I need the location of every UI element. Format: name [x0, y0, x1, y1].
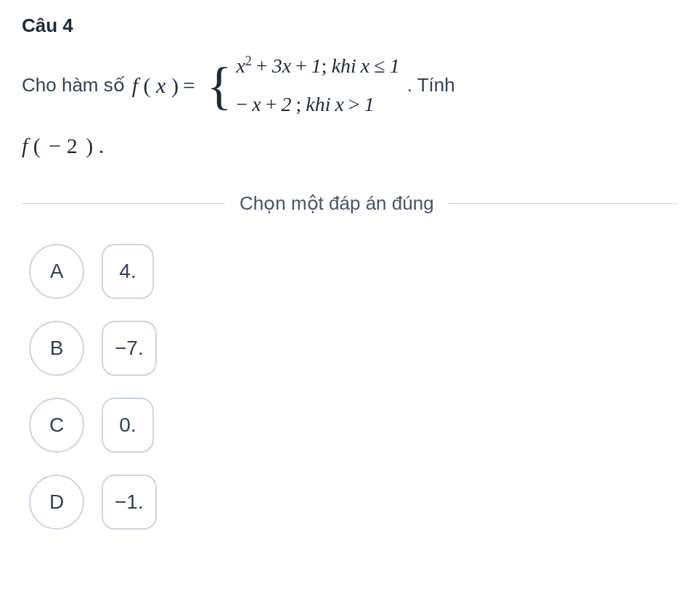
option-letter-d[interactable]: D — [29, 475, 84, 530]
piecewise-block: { x2+3x+1;khix≤1 −x+2;khix>1 — [207, 50, 400, 121]
function-lhs: f ( x )= — [132, 68, 200, 103]
piece2-cond-word: khi — [306, 93, 330, 115]
open-paren: ( — [138, 73, 156, 97]
option-letter-a[interactable]: A — [29, 244, 84, 299]
piece1-cond: x≤1 — [361, 54, 400, 77]
left-brace-icon: { — [207, 59, 232, 112]
option-value-b[interactable]: −7. — [102, 321, 157, 376]
close-paren: ) — [165, 73, 179, 97]
compute-close-paren: ) — [81, 134, 99, 157]
options-list: A 4. B −7. C 0. D −1. — [22, 244, 677, 530]
instruction-text: Chọn một đáp án đúng — [225, 192, 449, 215]
question-suffix: . Tính — [407, 70, 455, 101]
option-value-d[interactable]: −1. — [102, 475, 157, 530]
question-container: Câu 4 Cho hàm số f ( x )= { x2+3x+1;khix… — [22, 15, 677, 163]
piece2-expr: −x+2 — [236, 93, 291, 115]
compute-expression: f ( − 2 ) . — [22, 128, 677, 163]
compute-open-paren: ( — [28, 134, 46, 157]
equals-sign: = — [179, 73, 200, 97]
piece1-expr: x2+3x+1 — [236, 54, 321, 77]
compute-trail: . — [99, 134, 105, 157]
function-variable: x — [156, 73, 165, 97]
question-intro: Cho hàm số — [22, 70, 125, 101]
option-letter-b[interactable]: B — [29, 321, 84, 376]
piece2-cond: x>1 — [335, 93, 374, 115]
function-name: f — [132, 73, 138, 97]
option-value-a[interactable]: 4. — [102, 244, 154, 299]
piece1-sep: ; — [322, 54, 327, 77]
question-math-line: Cho hàm số f ( x )= { x2+3x+1;khix≤1 −x+… — [22, 50, 677, 121]
option-b[interactable]: B −7. — [29, 321, 677, 376]
question-body: Cho hàm số f ( x )= { x2+3x+1;khix≤1 −x+… — [22, 50, 677, 163]
piecewise-case-1: x2+3x+1;khix≤1 — [236, 50, 399, 83]
option-letter-c[interactable]: C — [29, 398, 84, 453]
question-title: Câu 4 — [22, 15, 677, 37]
option-a[interactable]: A 4. — [29, 244, 677, 299]
piecewise-case-2: −x+2;khix>1 — [236, 89, 399, 121]
instruction-divider: Chọn một đáp án đúng — [22, 192, 677, 215]
piece1-cond-word: khi — [332, 54, 356, 77]
divider-left — [22, 203, 225, 204]
piecewise-cases: x2+3x+1;khix≤1 −x+2;khix>1 — [236, 50, 399, 121]
option-value-c[interactable]: 0. — [102, 398, 154, 453]
piece2-sep: ; — [295, 93, 301, 115]
compute-arg: − 2 — [46, 134, 80, 157]
option-c[interactable]: C 0. — [29, 398, 677, 453]
divider-right — [449, 203, 677, 204]
option-d[interactable]: D −1. — [29, 475, 677, 530]
